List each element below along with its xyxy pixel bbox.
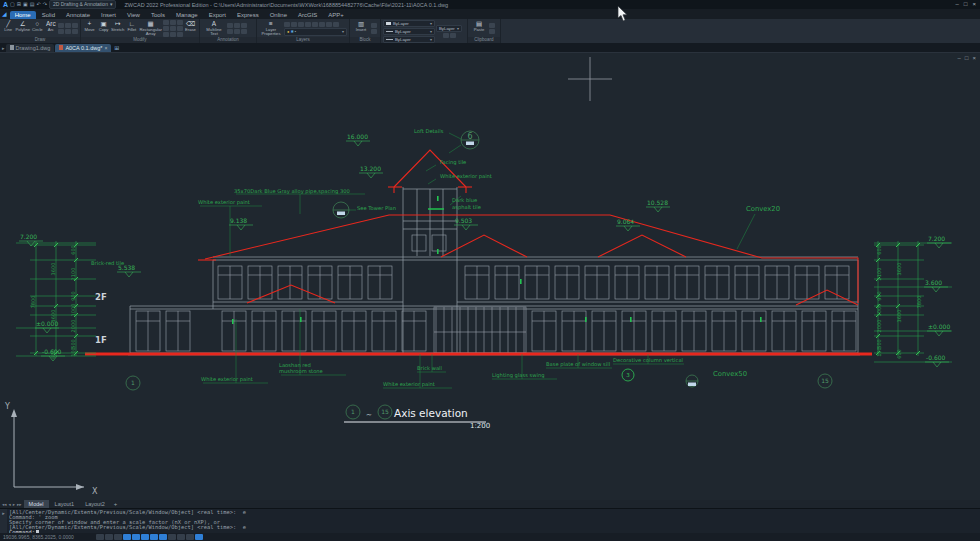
tool-arc[interactable]: ArcArc: [45, 20, 57, 37]
doc-restore-button[interactable]: □: [965, 55, 969, 61]
ribbon-tab-export[interactable]: Export: [204, 11, 231, 19]
app-logo-icon[interactable]: A: [3, 0, 8, 9]
maximize-button[interactable]: □: [964, 0, 968, 9]
toggle-ortho[interactable]: [114, 534, 122, 540]
tool-icon-cell[interactable]: [65, 29, 71, 34]
toggle-cycle[interactable]: [186, 534, 194, 540]
ribbon-tab-view[interactable]: View: [122, 11, 145, 19]
ribbon-tab-annotate[interactable]: Annotate: [61, 11, 95, 19]
toggle-snap[interactable]: [96, 534, 104, 540]
layer-dropdown[interactable]: ● ✱ ▪ ▾: [284, 28, 347, 36]
tool-icon-cell[interactable]: [177, 26, 183, 31]
tool-circle[interactable]: ○Circle: [31, 20, 43, 37]
tool-icon-cell[interactable]: [450, 33, 456, 38]
properties-more-grid[interactable]: [443, 33, 456, 38]
color-dropdown[interactable]: ByLayer▾: [383, 20, 435, 27]
tool-fillet[interactable]: ∟Fillet: [125, 20, 138, 37]
ribbon-tab-home[interactable]: Home: [10, 11, 36, 19]
minimize-button[interactable]: –: [956, 0, 959, 9]
new-file-icon[interactable]: ▢: [10, 0, 15, 9]
tool-icon-cell[interactable]: [72, 23, 78, 28]
app-menu-icon[interactable]: ◢: [2, 9, 7, 19]
tool-icon-cell[interactable]: [489, 29, 495, 34]
ribbon-tab-online[interactable]: Online: [265, 11, 292, 19]
tool-icon-cell[interactable]: [234, 29, 240, 34]
tool-paste[interactable]: ▤Paste: [470, 20, 488, 37]
tool-icon-cell[interactable]: [241, 29, 247, 34]
tool-icon-cell[interactable]: [371, 29, 377, 34]
plotstyle-dropdown[interactable]: ByLayer▾: [436, 25, 462, 32]
linetype-dropdown[interactable]: ByLayer▾: [383, 28, 435, 35]
ribbon-tab-tools[interactable]: Tools: [146, 11, 170, 19]
tool-icon-cell[interactable]: [291, 22, 297, 27]
tab-close-icon[interactable]: ×: [104, 45, 107, 51]
layout-tab-layout1[interactable]: Layout1: [50, 500, 80, 508]
tool-insert[interactable]: ▥Insert: [352, 20, 370, 37]
tool-multiline-text[interactable]: AMultiline Text: [202, 20, 226, 37]
layout-tab-layout2[interactable]: Layout2: [80, 500, 110, 508]
tool-icon-cell[interactable]: [326, 22, 332, 27]
ribbon-tab-manage[interactable]: Manage: [171, 11, 203, 19]
layer-states-grid[interactable]: [284, 22, 347, 27]
add-layout-button[interactable]: +: [114, 501, 118, 507]
tool-icon-cell[interactable]: [170, 26, 176, 31]
toggle-esnap[interactable]: [132, 534, 140, 540]
tool-icon-cell[interactable]: [227, 29, 233, 34]
tool-rectangular-array[interactable]: ▦Rectangular Array: [139, 20, 162, 37]
tool-copy[interactable]: ▣Copy: [97, 20, 110, 37]
toggle-polar[interactable]: [123, 534, 131, 540]
nav-next-icon[interactable]: ▸: [13, 502, 15, 507]
lineweight-dropdown[interactable]: ByLayer▾: [383, 36, 435, 43]
tool-icon-cell[interactable]: [163, 20, 169, 25]
command-line-panel[interactable]: ▸ [All/Center/Dynamic/Extents/Previous/S…: [0, 508, 980, 534]
tool-icon-cell[interactable]: [489, 23, 495, 28]
toggle-etrack[interactable]: [141, 534, 149, 540]
plot-icon[interactable]: ▤: [30, 0, 35, 9]
save-icon[interactable]: ▣: [23, 0, 28, 9]
tool-icon-cell[interactable]: [72, 29, 78, 34]
tool-layer-properties[interactable]: ≡Layer Properties: [259, 20, 283, 37]
toggle-lwt[interactable]: [168, 534, 176, 540]
tool-icon-cell[interactable]: [298, 22, 304, 27]
tool-icon-cell[interactable]: [170, 20, 176, 25]
tool-icon-cell[interactable]: [65, 23, 71, 28]
undo-icon[interactable]: ↶: [36, 0, 40, 9]
nav-last-icon[interactable]: ▸▸: [17, 502, 22, 507]
toggle-transparency[interactable]: [177, 534, 185, 540]
nav-prev-icon[interactable]: ◂: [9, 502, 11, 507]
toggle-ducs[interactable]: [150, 534, 158, 540]
toggle-dyn[interactable]: [159, 534, 167, 540]
toggle-grid[interactable]: [105, 534, 113, 540]
ribbon-tab-arcgis[interactable]: ArcGIS: [293, 11, 322, 19]
close-button[interactable]: ×: [972, 0, 976, 9]
tool-line[interactable]: ╱Line: [2, 20, 14, 37]
layout-tab-model[interactable]: Model: [24, 500, 49, 508]
tool-icon-cell[interactable]: [58, 23, 64, 28]
tool-icon-cell[interactable]: [305, 22, 311, 27]
tool-icon-cell[interactable]: [58, 29, 64, 34]
clipboard-more-grid[interactable]: [489, 23, 495, 34]
ribbon-tab-insert[interactable]: Insert: [96, 11, 121, 19]
doc-close-button[interactable]: ×: [972, 55, 976, 61]
tool-icon-cell[interactable]: [177, 20, 183, 25]
nav-first-icon[interactable]: ◂◂: [2, 502, 7, 507]
tool-polyline[interactable]: ∠Polyline: [15, 20, 30, 37]
tool-icon-cell[interactable]: [319, 22, 325, 27]
tool-icon-cell[interactable]: [312, 22, 318, 27]
ribbon-tab-solid[interactable]: Solid: [37, 11, 60, 19]
modify-more-tools-grid[interactable]: [163, 20, 183, 37]
toggle-workspace[interactable]: [195, 534, 203, 540]
document-tab[interactable]: Drawing1.dwg: [6, 44, 55, 52]
annotation-more-tools-grid[interactable]: [227, 23, 247, 34]
new-drawing-tab-icon[interactable]: ⊞: [114, 44, 119, 51]
drawing-canvas[interactable]: 16.00013.200Loft DetailsFacing tileWhite…: [0, 52, 980, 501]
tool-move[interactable]: +Move: [83, 20, 96, 37]
tool-icon-cell[interactable]: [333, 22, 339, 27]
tool-erase[interactable]: ⌫Erase: [184, 20, 197, 37]
open-file-icon[interactable]: ⊞: [17, 0, 21, 9]
tool-stretch[interactable]: ↦Stretch: [111, 20, 124, 37]
tool-icon-cell[interactable]: [284, 22, 290, 27]
tool-icon-cell[interactable]: [371, 23, 377, 28]
draw-more-tools-grid[interactable]: [58, 23, 78, 34]
document-tab[interactable]: A0CA 0.1.dwg*×: [55, 44, 111, 52]
